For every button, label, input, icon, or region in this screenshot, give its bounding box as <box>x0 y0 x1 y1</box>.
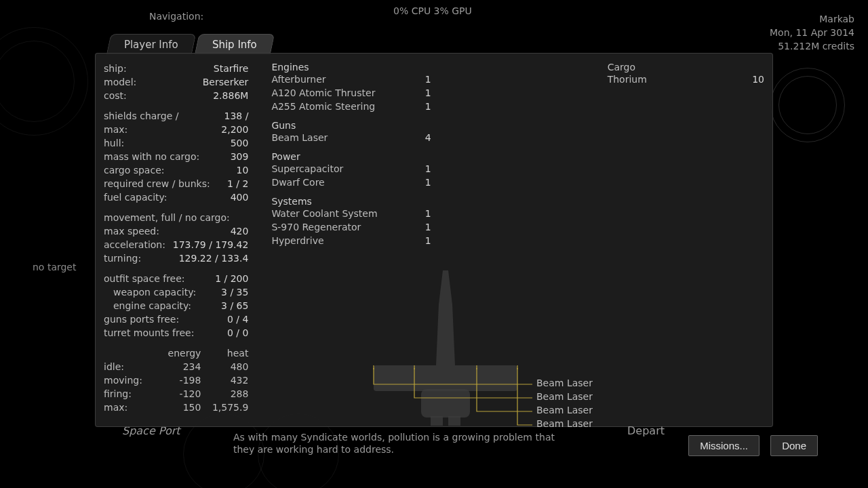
ship-stats-column: ship:Starfire model:Berserker cost:2.886… <box>96 54 256 426</box>
outfit-count: 1 <box>425 207 431 220</box>
hardpoint-label: Beam Laser <box>536 418 593 429</box>
firing-energy: -120 <box>160 387 201 401</box>
no-target-label: no target <box>33 262 76 272</box>
ship-name: Starfire <box>214 62 249 75</box>
stat-label: model: <box>104 75 136 89</box>
engine-cap: 3 / 65 <box>221 299 248 312</box>
acceleration: 173.79 / 179.42 <box>173 238 249 251</box>
stat-label: cargo space: <box>104 163 164 177</box>
stat-label: hull: <box>104 136 124 150</box>
gun-ports: 0 / 4 <box>227 312 248 326</box>
stat-label: turning: <box>104 251 141 265</box>
system-name: Markab <box>770 12 854 26</box>
stat-label: idle: <box>104 360 160 373</box>
cargo-column: Cargo Thorium10 <box>608 54 772 426</box>
outfit-space: 1 / 200 <box>215 272 248 285</box>
moving-heat: 432 <box>201 373 248 387</box>
outfit-count: 1 <box>425 100 431 113</box>
outfit-count: 1 <box>425 86 431 100</box>
stat-label: fuel capacity: <box>104 190 167 204</box>
outfit-name: Afterburner <box>271 73 326 86</box>
outfit-name: A120 Atomic Thruster <box>271 86 375 100</box>
stat-label: turret mounts free: <box>104 326 194 340</box>
outfit-name: Hyperdrive <box>271 234 323 247</box>
stat-section: movement, full / no cargo: <box>104 211 230 224</box>
firing-heat: 288 <box>201 387 248 401</box>
credits: 51.212M credits <box>770 39 854 53</box>
moving-energy: -198 <box>160 373 201 387</box>
max-speed: 420 <box>231 224 249 238</box>
outfit-name: S-970 Regenerator <box>271 220 361 234</box>
perf-stats: 0% CPU 3% GPU <box>393 5 472 16</box>
stat-label: required crew / bunks: <box>104 177 210 190</box>
outfit-name: Supercapacitor <box>271 162 343 176</box>
stat-label: outfit space free: <box>104 272 185 285</box>
col-header-heat: heat <box>201 346 248 360</box>
outfit-count: 4 <box>425 131 431 144</box>
outfit-count: 1 <box>425 234 431 247</box>
svg-rect-4 <box>448 416 460 426</box>
stat-label: acceleration: <box>104 238 165 251</box>
outfit-name: Dwarf Core <box>271 176 324 189</box>
cargo-item-qty: 10 <box>752 73 764 86</box>
ship-info-panel: ship:Starfire model:Berserker cost:2.886… <box>95 53 773 427</box>
outfit-count: 1 <box>425 162 431 176</box>
hardpoint-label: Beam Laser <box>536 391 593 402</box>
depart-label: Depart <box>627 424 665 437</box>
outfit-name: Beam Laser <box>271 131 328 144</box>
stat-label: moving: <box>104 373 160 387</box>
group-systems: Systems <box>271 196 431 207</box>
hull: 500 <box>231 136 249 150</box>
outfit-count: 1 <box>425 73 431 86</box>
hardpoint-label: Beam Laser <box>536 405 593 415</box>
tabs: Player Info Ship Info <box>108 34 275 55</box>
weapon-cap: 3 / 35 <box>221 285 248 299</box>
stat-label: firing: <box>104 387 160 401</box>
outfit-count: 1 <box>425 176 431 189</box>
ship-cost: 2.886M <box>213 89 248 102</box>
turning: 129.22 / 133.4 <box>179 251 249 265</box>
group-power: Power <box>271 151 431 162</box>
group-guns: Guns <box>271 120 431 131</box>
idle-heat: 480 <box>201 360 248 373</box>
mass: 309 <box>231 150 249 163</box>
done-button[interactable]: Done <box>770 435 818 456</box>
hardpoint-label: Beam Laser <box>536 378 593 388</box>
cargo-item-name: Thorium <box>608 73 647 86</box>
stat-label: max: <box>104 401 160 414</box>
outfits-column: Engines Afterburner1 A120 Atomic Thruste… <box>256 54 439 426</box>
stat-label: max speed: <box>104 224 159 238</box>
stat-label: weapon capacity: <box>104 285 196 299</box>
tab-player-info[interactable]: Player Info <box>106 34 196 55</box>
stat-label: cost: <box>104 89 127 102</box>
shields: 138 / 2,200 <box>198 109 248 136</box>
topbar-right: Markab Mon, 11 Apr 3014 51.212M credits <box>770 12 854 53</box>
group-cargo: Cargo <box>608 62 764 73</box>
outfit-count: 1 <box>425 220 431 234</box>
max-heat: 1,575.9 <box>201 401 248 414</box>
group-engines: Engines <box>271 62 431 73</box>
stat-label: guns ports free: <box>104 312 179 326</box>
deco-circle <box>778 76 837 134</box>
planet-description: As with many Syndicate worlds, pollution… <box>233 431 555 455</box>
ship-model: Berserker <box>203 75 249 89</box>
missions-button[interactable]: Missions... <box>688 435 760 456</box>
idle-energy: 234 <box>160 360 201 373</box>
outfit-name: A255 Atomic Steering <box>271 100 375 113</box>
navigation-label: Navigation: <box>149 11 203 22</box>
stat-label: mass with no cargo: <box>104 150 199 163</box>
turret-mounts: 0 / 0 <box>227 326 248 340</box>
stat-label: engine capacity: <box>104 299 191 312</box>
tab-ship-info[interactable]: Ship Info <box>195 34 275 55</box>
cargo-space: 10 <box>237 163 249 177</box>
topbar: Navigation: 0% CPU 3% GPU Markab Mon, 11… <box>0 0 868 22</box>
max-energy: 150 <box>160 401 201 414</box>
stat-label: ship: <box>104 62 127 75</box>
fuel: 400 <box>231 190 249 204</box>
crew: 1 / 2 <box>227 177 248 190</box>
col-header-energy: energy <box>160 346 201 360</box>
stat-label: shields charge / max: <box>104 109 198 136</box>
game-date: Mon, 11 Apr 3014 <box>770 26 854 39</box>
outfit-name: Water Coolant System <box>271 207 377 220</box>
